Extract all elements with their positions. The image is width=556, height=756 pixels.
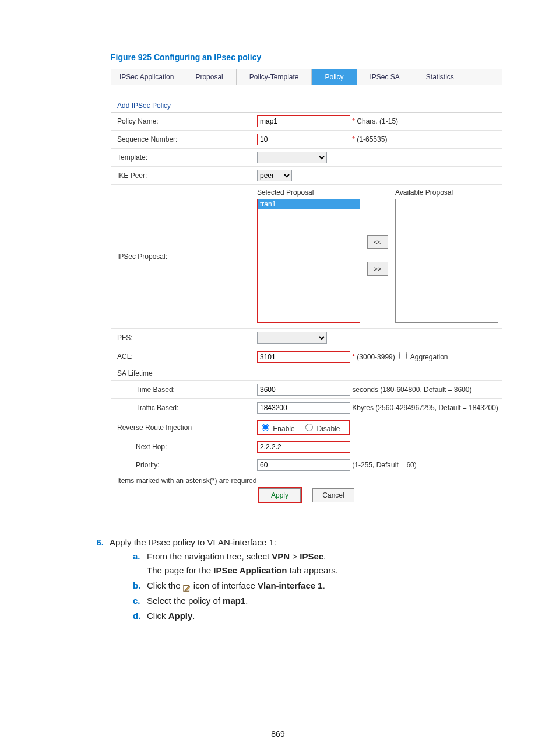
acl-label: ACL: (111, 347, 254, 366)
policy-name-hint: Chars. (1-15) (357, 117, 398, 125)
traffic-based-hint: Kbytes (2560-4294967295, Default = 18432… (352, 404, 498, 412)
acl-hint: (3000-3999) (357, 353, 395, 361)
move-left-button[interactable]: << (367, 235, 388, 249)
ipsec-policy-panel: IPSec Application Proposal Policy-Templa… (111, 69, 502, 512)
aggregation-checkbox[interactable] (399, 352, 407, 359)
pfs-label: PFS: (111, 329, 254, 347)
list-item[interactable]: tran1 (258, 200, 360, 209)
move-right-button[interactable]: >> (367, 262, 388, 276)
time-based-hint: seconds (180-604800, Default = 3600) (352, 386, 471, 394)
step-number: 6. (87, 536, 104, 550)
apply-button[interactable]: Apply (259, 488, 301, 502)
sa-lifetime-label: SA Lifetime (111, 366, 254, 381)
traffic-based-input[interactable] (257, 402, 350, 414)
required-note: Items marked with an asterisk(*) are req… (111, 474, 502, 485)
aggregation-label: Aggregation (410, 353, 448, 361)
selected-proposal-header: Selected Proposal (257, 188, 360, 197)
section-title: Add IPSec Policy (111, 85, 502, 113)
edit-icon (183, 582, 191, 590)
required-asterisk: * (352, 353, 355, 361)
figure-caption: Figure 925 Configuring an IPsec policy (111, 52, 504, 62)
tab-policy[interactable]: Policy (312, 69, 357, 85)
step-text: Apply the IPsec policy to VLAN-interface… (110, 537, 276, 547)
next-hop-input[interactable] (257, 441, 350, 453)
sub-c-label: c. (133, 594, 143, 608)
required-asterisk: * (352, 117, 355, 125)
ike-peer-label: IKE Peer: (111, 167, 254, 185)
required-asterisk: * (352, 135, 355, 144)
tab-proposal[interactable]: Proposal (182, 69, 236, 85)
cancel-button[interactable]: Cancel (312, 488, 354, 502)
sequence-number-label: Sequence Number: (111, 131, 254, 149)
ike-peer-select[interactable]: peer (257, 170, 292, 181)
sub-b-label: b. (133, 579, 143, 593)
page-number: 869 (0, 729, 556, 738)
priority-hint: (1-255, Default = 60) (352, 461, 416, 469)
available-proposal-header: Available Proposal (395, 188, 498, 197)
next-hop-label: Next Hop: (111, 438, 254, 456)
template-select[interactable] (257, 152, 327, 163)
policy-form: Policy Name: * Chars. (1-15) Sequence Nu… (111, 113, 502, 474)
available-proposal-list[interactable] (395, 199, 498, 323)
policy-name-label: Policy Name: (111, 113, 254, 131)
rri-enable-option[interactable]: Enable (259, 425, 295, 433)
tab-ipsec-sa[interactable]: IPSec SA (357, 69, 413, 85)
sequence-number-hint: (1-65535) (357, 135, 387, 144)
traffic-based-label: Traffic Based: (111, 399, 254, 417)
acl-input[interactable] (257, 351, 350, 363)
rri-label: Reverse Route Injection (111, 417, 254, 438)
selected-proposal-list[interactable]: tran1 (257, 199, 360, 323)
sub-a-label: a. (133, 550, 143, 564)
priority-label: Priority: (111, 456, 254, 474)
time-based-label: Time Based: (111, 381, 254, 399)
instructions: 6.Apply the IPsec policy to VLAN-interfa… (111, 536, 504, 623)
sub-d-label: d. (133, 609, 143, 623)
tab-bar: IPSec Application Proposal Policy-Templa… (111, 69, 502, 85)
time-based-input[interactable] (257, 384, 350, 396)
policy-name-input[interactable] (257, 116, 350, 127)
ipsec-proposal-label: IPSec Proposal: (111, 185, 254, 329)
tab-policy-template[interactable]: Policy-Template (237, 69, 312, 85)
template-label: Template: (111, 149, 254, 167)
tab-statistics[interactable]: Statistics (413, 69, 467, 85)
pfs-select[interactable] (257, 332, 327, 344)
tab-ipsec-application[interactable]: IPSec Application (111, 69, 182, 85)
sequence-number-input[interactable] (257, 134, 350, 145)
priority-input[interactable] (257, 459, 350, 471)
rri-disable-option[interactable]: Disable (302, 425, 340, 433)
